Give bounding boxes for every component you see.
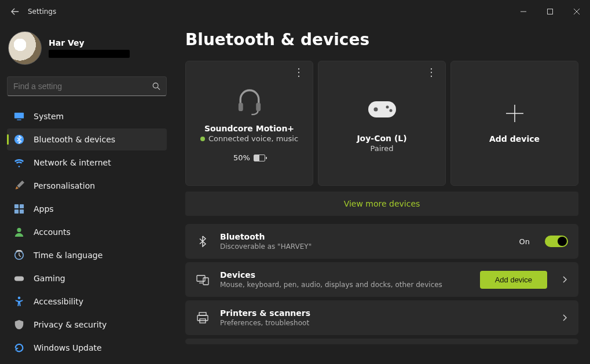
brush-icon xyxy=(14,181,24,191)
svg-rect-14 xyxy=(256,102,261,111)
device-cards-row: ⋮ Soundcore Motion+ Connected voice, mus… xyxy=(185,61,578,186)
nav-list: System Bluetooth & devices Network & int… xyxy=(7,105,167,359)
view-more-devices[interactable]: View more devices xyxy=(185,192,578,216)
sidebar-item-accounts[interactable]: Accounts xyxy=(7,221,167,243)
setting-title: Devices xyxy=(220,270,470,280)
sidebar-item-label: Time & language xyxy=(34,251,102,260)
sidebar-item-label: Accounts xyxy=(34,227,71,237)
close-button[interactable] xyxy=(563,0,590,23)
setting-subtitle: Discoverable as "HARVEY" xyxy=(220,242,509,251)
search-box[interactable] xyxy=(7,76,167,96)
device-status-text: Connected voice, music xyxy=(208,134,298,143)
sidebar-item-gaming[interactable]: Gaming xyxy=(7,267,167,289)
card-more-button[interactable]: ⋮ xyxy=(294,67,305,78)
back-button[interactable] xyxy=(10,7,20,16)
sidebar: Har Vey System Bluetooth & devices xyxy=(0,23,174,364)
main-content: Bluetooth & devices ⋮ Soundcore Motion+ … xyxy=(174,23,590,364)
svg-rect-19 xyxy=(197,275,205,281)
monitor-icon xyxy=(14,111,24,122)
apps-icon xyxy=(14,204,24,214)
svg-rect-15 xyxy=(368,101,396,117)
setting-row-devices[interactable]: Devices Mouse, keyboard, pen, audio, dis… xyxy=(185,262,578,297)
device-card-joycon[interactable]: ⋮ Joy-Con (L) Paired xyxy=(318,61,446,186)
bluetooth-icon xyxy=(14,134,24,145)
svg-point-1 xyxy=(153,83,158,88)
sidebar-item-label: Apps xyxy=(34,204,54,214)
headset-icon xyxy=(233,84,266,117)
minimize-button[interactable] xyxy=(510,0,537,23)
device-status: Paired xyxy=(370,144,393,153)
bluetooth-toggle[interactable] xyxy=(545,236,568,247)
svg-rect-8 xyxy=(20,209,24,214)
svg-point-16 xyxy=(373,107,378,111)
sidebar-item-label: Bluetooth & devices xyxy=(34,135,115,144)
clock-icon xyxy=(14,250,24,260)
setting-subtitle: Preferences, troubleshoot xyxy=(220,319,551,327)
plus-icon xyxy=(504,103,525,124)
setting-row-partial xyxy=(185,339,578,344)
window-controls xyxy=(510,0,590,23)
battery-percent: 50% xyxy=(233,153,250,162)
update-icon xyxy=(14,343,24,353)
window-title: Settings xyxy=(28,8,56,16)
sidebar-item-label: Gaming xyxy=(34,274,65,283)
search-icon xyxy=(152,82,160,90)
bluetooth-icon xyxy=(196,234,210,248)
sidebar-item-time[interactable]: Time & language xyxy=(7,244,167,266)
card-more-button[interactable]: ⋮ xyxy=(426,67,437,78)
sidebar-item-label: Accessibility xyxy=(34,297,83,306)
sidebar-item-label: System xyxy=(34,112,64,121)
setting-title: Bluetooth xyxy=(220,232,509,241)
sidebar-item-label: Windows Update xyxy=(34,343,102,352)
page-title: Bluetooth & devices xyxy=(185,30,578,49)
sidebar-item-network[interactable]: Network & internet xyxy=(7,152,167,174)
sidebar-item-update[interactable]: Windows Update xyxy=(7,337,167,359)
setting-subtitle: Mouse, keyboard, pen, audio, displays an… xyxy=(220,281,470,289)
profile-email-redacted xyxy=(49,50,130,58)
svg-rect-13 xyxy=(238,102,243,111)
setting-row-printers[interactable]: Printers & scanners Preferences, trouble… xyxy=(185,300,578,335)
svg-rect-3 xyxy=(17,119,21,120)
setting-row-bluetooth[interactable]: Bluetooth Discoverable as "HARVEY" On xyxy=(185,224,578,259)
svg-rect-5 xyxy=(14,204,19,208)
device-status: Connected voice, music xyxy=(200,134,298,143)
sidebar-item-label: Personalisation xyxy=(34,181,95,190)
shield-icon xyxy=(14,319,24,330)
svg-rect-2 xyxy=(14,113,24,119)
svg-rect-0 xyxy=(548,9,553,14)
device-card-soundcore[interactable]: ⋮ Soundcore Motion+ Connected voice, mus… xyxy=(185,61,313,186)
devices-icon xyxy=(196,273,210,286)
sidebar-item-bluetooth[interactable]: Bluetooth & devices xyxy=(7,128,167,150)
device-name: Soundcore Motion+ xyxy=(204,124,294,133)
avatar xyxy=(8,31,42,65)
add-device-button[interactable]: Add device xyxy=(480,271,547,289)
add-device-card[interactable]: Add device xyxy=(450,61,578,186)
view-more-label: View more devices xyxy=(344,199,420,208)
gamepad-icon xyxy=(14,273,24,284)
maximize-button[interactable] xyxy=(537,0,563,23)
sidebar-item-privacy[interactable]: Privacy & security xyxy=(7,314,167,336)
sidebar-item-system[interactable]: System xyxy=(7,105,167,127)
sidebar-item-label: Network & internet xyxy=(34,158,111,167)
svg-rect-22 xyxy=(197,315,208,321)
search-input[interactable] xyxy=(13,82,152,91)
device-status-text: Paired xyxy=(370,144,393,153)
svg-point-17 xyxy=(386,105,389,108)
svg-rect-21 xyxy=(199,312,206,315)
profile[interactable]: Har Vey xyxy=(7,28,167,73)
sidebar-item-accessibility[interactable]: Accessibility xyxy=(7,291,167,312)
battery-icon xyxy=(254,155,265,161)
connected-dot-icon xyxy=(200,137,205,141)
profile-name: Har Vey xyxy=(49,38,130,47)
gamepad-icon xyxy=(366,94,398,127)
setting-title: Printers & scanners xyxy=(220,308,551,318)
svg-rect-6 xyxy=(20,204,24,208)
svg-point-18 xyxy=(389,109,392,112)
chevron-right-icon xyxy=(561,314,568,321)
device-name: Joy-Con (L) xyxy=(357,134,406,143)
accessibility-icon xyxy=(14,296,24,307)
person-icon xyxy=(14,227,24,237)
sidebar-item-apps[interactable]: Apps xyxy=(7,198,167,220)
add-device-label: Add device xyxy=(489,134,540,144)
sidebar-item-personalisation[interactable]: Personalisation xyxy=(7,175,167,197)
